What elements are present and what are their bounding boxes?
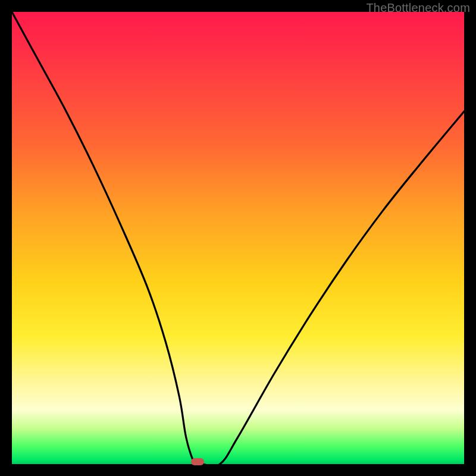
plot-area xyxy=(12,12,464,464)
bottleneck-curve xyxy=(12,12,464,466)
chart-frame: TheBottleneck.com xyxy=(0,0,476,476)
curve-svg xyxy=(12,12,464,464)
optimal-point-marker xyxy=(191,458,204,465)
